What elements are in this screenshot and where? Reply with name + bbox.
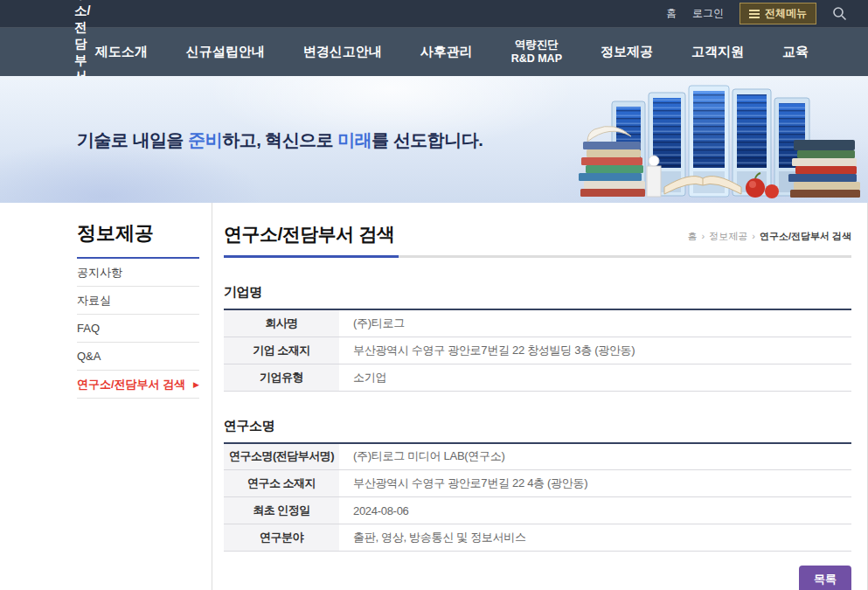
breadcrumb-info[interactable]: 정보제공 bbox=[709, 231, 747, 241]
nav-item-customer-support[interactable]: 고객지원 bbox=[691, 44, 744, 60]
title-underline bbox=[224, 255, 851, 258]
search-button[interactable] bbox=[832, 6, 847, 21]
hero-banner: 기술로 내일을 준비하고, 혁신으로 미래를 선도합니다. bbox=[0, 76, 868, 203]
list-button[interactable]: 목록 bbox=[799, 566, 851, 590]
table-row: 기업유형 소기업 bbox=[224, 364, 851, 391]
field-label: 기업유형 bbox=[224, 364, 339, 391]
nav-item-change-report[interactable]: 변경신고안내 bbox=[303, 44, 382, 60]
all-menu-label: 전체메뉴 bbox=[765, 6, 807, 21]
field-label: 회사명 bbox=[224, 309, 339, 337]
table-row: 기업 소재지 부산광역시 수영구 광안로7번길 22 창성빌딩 3층 (광안동) bbox=[224, 337, 851, 364]
field-value: 소기업 bbox=[339, 364, 851, 391]
hero-highlight-1: 준비 bbox=[188, 129, 222, 149]
hero-highlight-2: 미래 bbox=[337, 129, 372, 149]
nav-item-post-management[interactable]: 사후관리 bbox=[420, 44, 473, 60]
logo-line1: 기업부설연구소/전담부서 bbox=[74, 0, 95, 85]
section-heading-lab: 연구소명 bbox=[224, 418, 851, 434]
main-nav-bar: 기업부설연구소/전담부서 신고관리시스템 제도소개 신규설립안내 변경신고안내 … bbox=[0, 28, 868, 76]
nav-rnd-line1: 역량진단 bbox=[511, 38, 562, 52]
server-books-illustration bbox=[570, 79, 863, 201]
nav-item-information[interactable]: 정보제공 bbox=[601, 44, 653, 60]
field-label: 연구소명(전담부서명) bbox=[224, 443, 339, 470]
nav-menu: 제도소개 신규설립안내 변경신고안내 사후관리 역량진단 R&D MAP 정보제… bbox=[95, 38, 809, 66]
section-heading-company: 기업명 bbox=[224, 284, 851, 301]
hamburger-icon bbox=[749, 8, 760, 20]
sidebar: 정보제공 공지사항 자료실 FAQ Q&A 연구소/전담부서 검색 ▶ bbox=[77, 203, 212, 590]
hero-slogan: 기술로 내일을 준비하고, 혁신으로 미래를 선도합니다. bbox=[77, 128, 483, 151]
field-label: 연구분야 bbox=[224, 524, 339, 552]
company-info-table: 회사명 (주)티로그 기업 소재지 부산광역시 수영구 광안로7번길 22 창성… bbox=[224, 309, 851, 392]
sidebar-item-qna[interactable]: Q&A bbox=[77, 343, 199, 371]
field-value: (주)티로그 미디어 LAB(연구소) bbox=[339, 443, 851, 470]
field-label: 최초 인정일 bbox=[224, 497, 339, 524]
page: 홈 로그인 전체메뉴 기업부설연구소/전담부서 신고관리시스템 제도소개 신규설… bbox=[0, 0, 868, 590]
table-row: 회사명 (주)티로그 bbox=[224, 309, 851, 337]
table-row: 연구소 소재지 부산광역시 수영구 광안로7번길 22 4층 (광안동) bbox=[224, 470, 851, 497]
page-title: 연구소/전담부서 검색 bbox=[224, 222, 394, 246]
breadcrumb-current: 연구소/전담부서 검색 bbox=[760, 231, 851, 241]
breadcrumb: 홈›정보제공›연구소/전담부서 검색 bbox=[688, 230, 851, 246]
sidebar-item-lab-search[interactable]: 연구소/전담부서 검색 ▶ bbox=[77, 371, 199, 399]
login-link[interactable]: 로그인 bbox=[692, 6, 724, 21]
sidebar-item-notice[interactable]: 공지사항 bbox=[77, 259, 199, 287]
field-value: 출판, 영상, 방송통신 및 정보서비스 bbox=[339, 524, 851, 552]
field-value: 부산광역시 수영구 광안로7번길 22 4층 (광안동) bbox=[339, 470, 851, 497]
nav-item-education[interactable]: 교육 bbox=[782, 44, 809, 60]
active-arrow-icon: ▶ bbox=[193, 380, 199, 389]
table-row: 연구분야 출판, 영상, 방송통신 및 정보서비스 bbox=[224, 524, 851, 552]
sidebar-title: 정보제공 bbox=[77, 220, 199, 259]
nav-rnd-line2: R&D MAP bbox=[511, 52, 562, 66]
lab-info-table: 연구소명(전담부서명) (주)티로그 미디어 LAB(연구소) 연구소 소재지 … bbox=[224, 442, 851, 552]
field-label: 연구소 소재지 bbox=[224, 470, 339, 497]
top-utility-bar: 홈 로그인 전체메뉴 bbox=[0, 0, 868, 28]
field-value: 2024-08-06 bbox=[339, 497, 851, 524]
home-link[interactable]: 홈 bbox=[666, 6, 677, 21]
main-panel: 연구소/전담부서 검색 홈›정보제공›연구소/전담부서 검색 기업명 회사명 (… bbox=[212, 203, 868, 590]
search-icon bbox=[832, 6, 847, 21]
table-row: 연구소명(전담부서명) (주)티로그 미디어 LAB(연구소) bbox=[224, 443, 851, 470]
breadcrumb-home[interactable]: 홈 bbox=[688, 231, 698, 241]
sidebar-item-archive[interactable]: 자료실 bbox=[77, 287, 199, 315]
all-menu-button[interactable]: 전체메뉴 bbox=[740, 3, 816, 24]
table-row: 최초 인정일 2024-08-06 bbox=[224, 497, 851, 524]
field-value: (주)티로그 bbox=[339, 309, 851, 337]
nav-item-rnd-map[interactable]: 역량진단 R&D MAP bbox=[511, 38, 562, 66]
nav-item-intro[interactable]: 제도소개 bbox=[95, 44, 148, 60]
field-value: 부산광역시 수영구 광안로7번길 22 창성빌딩 3층 (광안동) bbox=[339, 337, 851, 364]
content-area: 정보제공 공지사항 자료실 FAQ Q&A 연구소/전담부서 검색 ▶ bbox=[0, 203, 868, 590]
sidebar-item-faq[interactable]: FAQ bbox=[77, 315, 199, 343]
field-label: 기업 소재지 bbox=[224, 337, 339, 364]
nav-item-new-setup[interactable]: 신규설립안내 bbox=[186, 44, 265, 60]
